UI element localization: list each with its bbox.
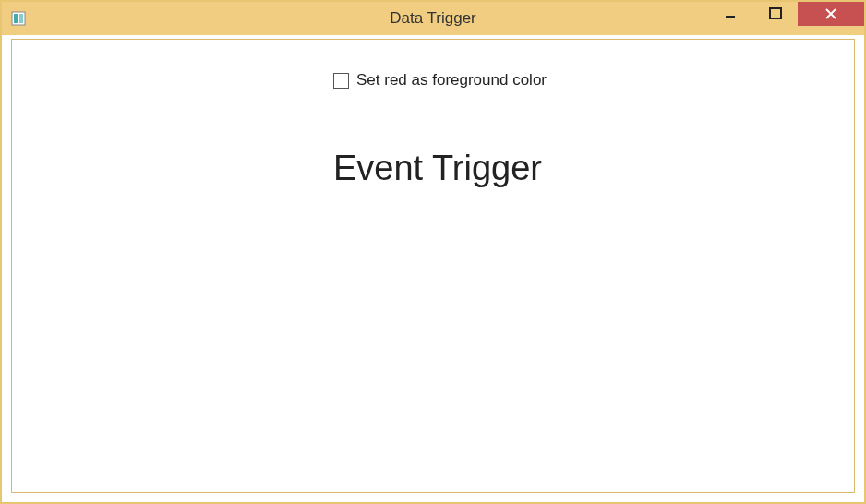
minimize-button[interactable] bbox=[709, 2, 753, 26]
window-frame: Data Trigger Set red as f bbox=[0, 0, 866, 504]
close-icon bbox=[824, 7, 837, 20]
window-title: Data Trigger bbox=[390, 9, 476, 28]
svg-rect-2 bbox=[19, 14, 23, 23]
minimize-icon bbox=[725, 7, 738, 20]
maximize-button[interactable] bbox=[753, 2, 798, 26]
maximize-icon bbox=[769, 7, 782, 20]
svg-rect-4 bbox=[770, 8, 781, 18]
titlebar[interactable]: Data Trigger bbox=[2, 2, 864, 35]
client-area: Set red as foreground color Event Trigge… bbox=[11, 39, 855, 493]
window-controls bbox=[709, 2, 864, 29]
checkbox-row: Set red as foreground color bbox=[333, 71, 828, 90]
foreground-red-checkbox[interactable] bbox=[333, 73, 349, 89]
close-button[interactable] bbox=[798, 2, 864, 26]
app-icon bbox=[11, 11, 26, 26]
svg-rect-1 bbox=[14, 14, 18, 23]
event-trigger-heading: Event Trigger bbox=[333, 149, 828, 188]
checkbox-label: Set red as foreground color bbox=[356, 71, 547, 90]
svg-rect-3 bbox=[726, 16, 735, 18]
